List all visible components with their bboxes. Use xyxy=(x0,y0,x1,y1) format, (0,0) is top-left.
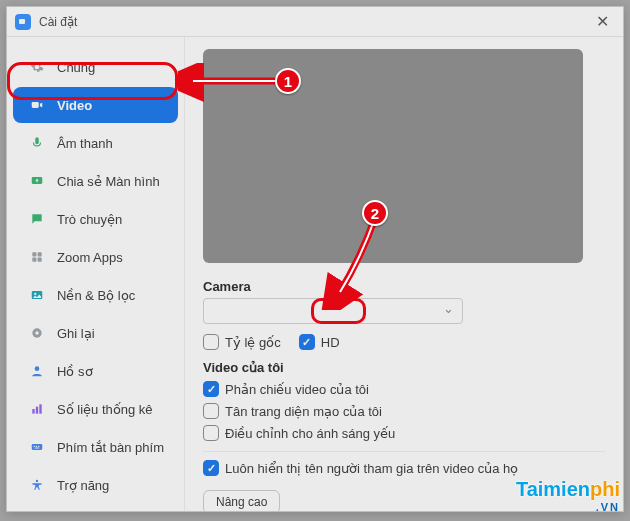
settings-window: Cài đặt ✕ ChungVideoÂm thanhChia sẻ Màn … xyxy=(6,6,624,512)
apps-icon xyxy=(27,247,47,267)
zoom-app-icon xyxy=(15,14,31,30)
video-option-2[interactable]: Điều chỉnh cho ánh sáng yếu xyxy=(203,425,605,441)
sidebar-item-bg[interactable]: Nền & Bộ lọc xyxy=(13,277,178,313)
sidebar-item-label: Số liệu thống kê xyxy=(57,402,153,417)
svg-rect-15 xyxy=(34,446,35,447)
camera-section-label: Camera xyxy=(203,279,605,294)
sidebar-item-label: Zoom Apps xyxy=(57,250,123,265)
sidebar-item-label: Âm thanh xyxy=(57,136,113,151)
record-icon xyxy=(27,323,47,343)
camera-select[interactable] xyxy=(203,298,463,324)
always-show-name-label: Luôn hiển thị tên người tham gia trên vi… xyxy=(225,461,518,476)
sidebar-item-profile[interactable]: Hồ sơ xyxy=(13,353,178,389)
svg-rect-11 xyxy=(32,409,34,414)
hd-label: HD xyxy=(321,335,340,350)
sidebar-item-label: Chung xyxy=(57,60,95,75)
divider xyxy=(203,451,605,452)
sidebar-item-label: Nền & Bộ lọc xyxy=(57,288,135,303)
keyboard-icon xyxy=(27,437,47,457)
sidebar-item-record[interactable]: Ghi lại xyxy=(13,315,178,351)
sidebar-item-label: Trò chuyện xyxy=(57,212,122,227)
aspect-ratio-checkbox[interactable]: Tỷ lệ gốc xyxy=(203,334,281,350)
bg-icon xyxy=(27,285,47,305)
svg-rect-13 xyxy=(39,404,41,413)
sidebar-item-audio[interactable]: Âm thanh xyxy=(13,125,178,161)
svg-rect-18 xyxy=(35,448,40,449)
sidebar-item-keyboard[interactable]: Phím tắt bàn phím xyxy=(13,429,178,465)
sidebar-item-gear[interactable]: Chung xyxy=(13,49,178,85)
video-preview xyxy=(203,49,583,263)
sidebar-item-share[interactable]: Chia sẻ Màn hình xyxy=(13,163,178,199)
sidebar-item-label: Video xyxy=(57,98,92,113)
profile-icon xyxy=(27,361,47,381)
settings-content: Camera Tỷ lệ gốc HD Video của tôi Phản c… xyxy=(185,37,623,511)
sidebar-item-label: Trợ năng xyxy=(57,478,109,493)
checkbox-icon xyxy=(203,381,219,397)
always-show-name-checkbox[interactable]: Luôn hiển thị tên người tham gia trên vi… xyxy=(203,460,605,476)
hd-checkbox[interactable]: HD xyxy=(299,334,340,350)
video-option-label: Điều chỉnh cho ánh sáng yếu xyxy=(225,426,395,441)
chat-icon xyxy=(27,209,47,229)
close-button[interactable]: ✕ xyxy=(590,10,615,33)
svg-rect-3 xyxy=(38,252,42,256)
svg-point-10 xyxy=(35,366,40,371)
sidebar-item-label: Chia sẻ Màn hình xyxy=(57,174,160,189)
svg-rect-17 xyxy=(38,446,39,447)
sidebar-item-label: Phím tắt bàn phím xyxy=(57,440,164,455)
window-title: Cài đặt xyxy=(39,15,77,29)
sidebar-item-label: Ghi lại xyxy=(57,326,95,341)
checkbox-icon xyxy=(203,425,219,441)
video-option-label: Tân trang diện mạo của tôi xyxy=(225,404,382,419)
sidebar-item-apps[interactable]: Zoom Apps xyxy=(13,239,178,275)
titlebar: Cài đặt ✕ xyxy=(7,7,623,37)
aspect-ratio-label: Tỷ lệ gốc xyxy=(225,335,281,350)
svg-rect-4 xyxy=(32,258,36,262)
sidebar-item-stats[interactable]: Số liệu thống kê xyxy=(13,391,178,427)
svg-point-7 xyxy=(34,293,36,295)
svg-rect-5 xyxy=(38,258,42,262)
access-icon xyxy=(27,475,47,495)
svg-rect-2 xyxy=(32,252,36,256)
checkbox-icon xyxy=(299,334,315,350)
sidebar-item-video[interactable]: Video xyxy=(13,87,178,123)
video-option-1[interactable]: Tân trang diện mạo của tôi xyxy=(203,403,605,419)
checkbox-icon xyxy=(203,403,219,419)
advanced-button[interactable]: Nâng cao xyxy=(203,490,280,511)
gear-icon xyxy=(27,57,47,77)
svg-rect-12 xyxy=(36,407,38,414)
svg-point-9 xyxy=(35,331,39,335)
video-option-label: Phản chiếu video của tôi xyxy=(225,382,369,397)
svg-rect-0 xyxy=(32,102,39,108)
checkbox-icon xyxy=(203,334,219,350)
video-icon xyxy=(27,95,47,115)
svg-point-19 xyxy=(36,480,38,482)
stats-icon xyxy=(27,399,47,419)
share-icon xyxy=(27,171,47,191)
sidebar-item-label: Hồ sơ xyxy=(57,364,93,379)
sidebar-item-chat[interactable]: Trò chuyện xyxy=(13,201,178,237)
settings-sidebar: ChungVideoÂm thanhChia sẻ Màn hìnhTrò ch… xyxy=(7,37,185,511)
video-option-0[interactable]: Phản chiếu video của tôi xyxy=(203,381,605,397)
svg-rect-16 xyxy=(36,446,37,447)
sidebar-item-access[interactable]: Trợ năng xyxy=(13,467,178,503)
audio-icon xyxy=(27,133,47,153)
checkbox-icon xyxy=(203,460,219,476)
my-video-section-label: Video của tôi xyxy=(203,360,605,375)
